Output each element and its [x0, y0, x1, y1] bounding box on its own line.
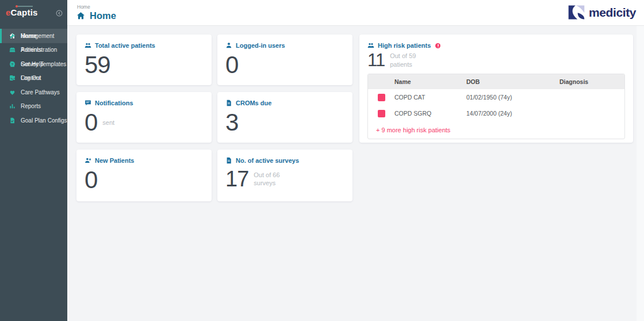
- help-icon: ?: [9, 60, 16, 67]
- card-title: No. of active surveys: [236, 157, 299, 164]
- table-header-row: Name DOB Diagnosis: [368, 74, 624, 89]
- column-header-diagnosis: Diagnosis: [559, 78, 624, 85]
- card-new-patients: New Patients 0: [76, 150, 212, 201]
- sidebar: eCaptis Home Patients Survey Templates C…: [0, 0, 67, 321]
- briefcase-icon: [9, 47, 16, 54]
- high-risk-table: Name DOB Diagnosis COPD CAT 01/02/1950 (…: [367, 74, 625, 139]
- home-title-icon: [76, 12, 85, 20]
- page-title-row: Home: [76, 10, 116, 21]
- file-icon: [225, 100, 232, 106]
- app-logo: eCaptis: [0, 0, 67, 25]
- page-title: Home: [90, 10, 116, 21]
- stat-value: 0: [85, 168, 97, 192]
- patient-name: COPD SGRQ: [394, 110, 466, 117]
- patient-dob: 14/07/2000 (24y): [466, 110, 559, 117]
- column-header-dob: DOB: [466, 78, 559, 85]
- card-logged-in-users: Logged-in users 0: [217, 35, 352, 85]
- card-title: New Patients: [95, 157, 134, 164]
- breadcrumb[interactable]: Home: [77, 4, 90, 10]
- medicity-logo-icon: [568, 4, 585, 21]
- app-logo-text: eCaptis: [6, 7, 38, 17]
- card-croms-due: CROMs due 3: [217, 92, 352, 143]
- stat-value: 11: [367, 51, 385, 69]
- column-header-name: Name: [394, 78, 466, 85]
- collapse-sidebar-icon[interactable]: [56, 9, 63, 16]
- scrollbar-track[interactable]: [637, 26, 644, 321]
- stat-value: 59: [85, 53, 110, 77]
- sidebar-item-management[interactable]: Management: [0, 29, 67, 43]
- wrench-icon: [9, 32, 16, 39]
- logo-overline: [18, 6, 33, 7]
- card-title: Total active patients: [95, 42, 155, 49]
- sidebar-footer-nav: Management Administration ? Get Help Log…: [0, 29, 67, 319]
- card-total-active-patients: Total active patients 59: [76, 35, 212, 85]
- top-header: Home Home medicity: [67, 0, 644, 26]
- users-icon: [85, 42, 91, 49]
- chat-icon: [85, 100, 91, 106]
- patient-dob: 01/02/1950 (74y): [466, 94, 559, 101]
- sidebar-item-log-out[interactable]: Log Out: [0, 71, 67, 86]
- brand-logo: medicity: [568, 4, 636, 21]
- alert-badge-icon: [435, 43, 440, 48]
- svg-text:?: ?: [12, 62, 14, 66]
- logout-icon: [9, 75, 16, 82]
- patient-name: COPD CAT: [394, 94, 466, 101]
- card-active-surveys: No. of active surveys 17 Out of 66survey…: [217, 150, 352, 201]
- risk-indicator: [378, 94, 385, 101]
- users-icon: [367, 42, 374, 49]
- sidebar-item-administration[interactable]: Administration: [0, 43, 67, 58]
- more-high-risk-link[interactable]: + 9 more high risk patients: [368, 121, 624, 139]
- card-high-risk-patients: High risk patients 11 Out of 59patients …: [359, 35, 633, 143]
- card-title: High risk patients: [378, 42, 431, 49]
- sidebar-item-get-help[interactable]: ? Get Help: [0, 57, 67, 71]
- stat-value: 0: [225, 53, 238, 77]
- card-title: Notifications: [95, 100, 133, 106]
- table-row[interactable]: COPD SGRQ 14/07/2000 (24y): [368, 105, 624, 121]
- stat-value: 0: [85, 110, 97, 135]
- stat-suffix: Out of 59patients: [390, 52, 416, 68]
- survey-icon: [225, 157, 232, 164]
- person-add-icon: [85, 157, 91, 164]
- person-icon: [225, 42, 232, 49]
- stat-value: 17: [225, 168, 248, 190]
- risk-indicator: [378, 110, 385, 117]
- stat-suffix: Out of 66surveys: [254, 171, 279, 188]
- stat-value: 3: [225, 110, 238, 135]
- card-notifications: Notifications 0 sent: [76, 92, 212, 143]
- main-content: Total active patients 59 Logged-in users…: [67, 26, 644, 321]
- stat-suffix: sent: [102, 119, 114, 127]
- table-row[interactable]: COPD CAT 01/02/1950 (74y): [368, 89, 624, 105]
- card-title: CROMs due: [236, 100, 271, 106]
- card-title: Logged-in users: [236, 42, 285, 49]
- brand-name: medicity: [589, 6, 636, 20]
